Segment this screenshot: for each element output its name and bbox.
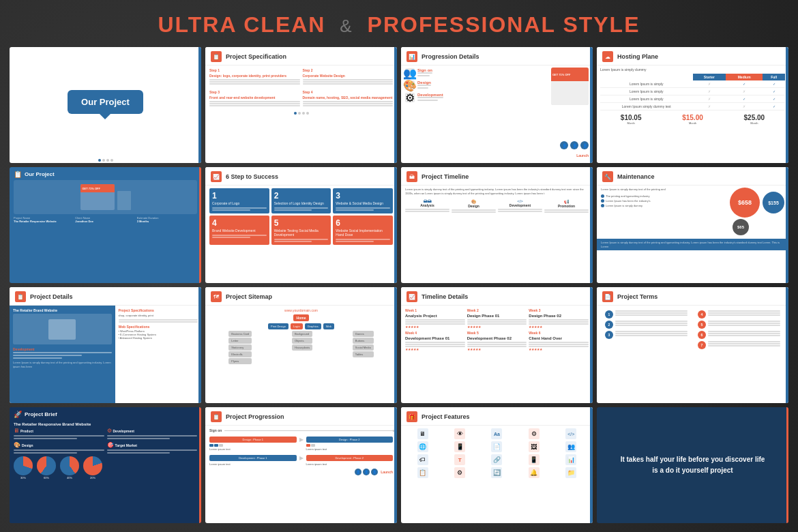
step-1: 1 Corporate of Logo [209, 188, 269, 213]
brief-subtitle: The Retailer Responsive Brand Website [14, 422, 197, 426]
step-5: 5 Website Testing Social Media Developme… [271, 216, 331, 245]
prog-title: Progression Details [422, 53, 479, 60]
week-2: Week 2 Design Phase 01 ★★★★★ [467, 308, 527, 329]
feature-eye: 👁 [442, 428, 477, 439]
slide-project-timeline[interactable]: 🏔 Project Timeline Lorem ipsum is simply… [401, 167, 593, 283]
terms-left: 1 2 3 [601, 308, 692, 352]
week-4: Week 4 Development Phase 01 ★★★★★ [405, 331, 465, 351]
step-3: 3 Website & Social Media Design [333, 188, 393, 213]
terms-icon: 📄 [602, 291, 613, 302]
week-3: Week 3 Design Phase 02 ★★★★★ [529, 308, 589, 329]
features-title: Project Features [422, 413, 470, 420]
terms-title: Project Terms [617, 293, 657, 300]
motivational-text: It takes half your life before you disco… [614, 447, 772, 483]
slide-project-features[interactable]: 🎁 Project Features 🖥 👁 Aa ⚙ </> 🌐 📱 📄 🖼 … [401, 407, 593, 523]
slide-project-brief[interactable]: 🚀 Project Brief The Retailer Responsive … [10, 407, 201, 523]
step-4: 4 Brand Website Development [209, 216, 269, 245]
steps-icon: 📈 [211, 171, 222, 182]
slide-timeline-details[interactable]: 📈 Timeline Details Week 1 Analysis Proje… [401, 287, 593, 403]
slide-our-project-white[interactable]: Our Project [10, 47, 201, 163]
tdetails-icon: 📈 [407, 291, 417, 302]
tdetails-title: Timeline Details [422, 293, 468, 300]
slide-six-step[interactable]: 📈 6 Step to Success 1 Corporate of Logo … [205, 167, 397, 283]
feature-tag: 🏷 [405, 454, 440, 465]
prog-icon: 📊 [407, 51, 417, 62]
maint-title: Maintenance [617, 173, 655, 180]
spec-icon: 📋 [211, 51, 222, 62]
our-project-bubble: Our Project [68, 90, 143, 114]
details-title: Project Details [30, 293, 73, 300]
steps-title: 6 Step to Success [226, 173, 278, 180]
progr-title: Project Progression [226, 413, 284, 420]
hosting-table: Starter Medium Full Lorem Ipsum is simpl… [600, 74, 785, 110]
slide-hosting-plane[interactable]: ☁ Hosting Plane Lorem Ipsum is simply du… [597, 47, 788, 163]
spec-label-3: Step 3 [209, 90, 300, 94]
slide-progression-details[interactable]: 📊 Progression Details 👥 Sign on 🎨 Design… [401, 47, 593, 163]
feature-doc: 📄 [479, 441, 514, 452]
spec-label-4: Step 4 [303, 90, 394, 94]
terms-right: 4 5 6 7 [694, 308, 784, 352]
feature-users: 👥 [554, 441, 589, 452]
slide-project-terms[interactable]: 📄 Project Terms 1 2 3 4 [597, 287, 788, 403]
step-6: 6 Website Social Implementation Hand Dos… [333, 216, 393, 245]
slide-motivational: It takes half your life before you disco… [597, 407, 788, 523]
price-secondary: $155 [763, 192, 784, 213]
feature-globe: 🌐 [405, 441, 440, 452]
slide-project-progression[interactable]: 📋 Project Progression Sign on ▶ Design :… [205, 407, 397, 523]
feature-code: </> [554, 428, 589, 439]
feature-type: Aa [479, 428, 514, 439]
feature-phone: 📱 [516, 454, 551, 465]
week-6: Week 6 Client Hand Over ★★★★★ [529, 331, 589, 351]
week-1: Week 1 Analysis Project ★★★★★ [405, 308, 465, 329]
feature-link: 🔗 [479, 454, 514, 465]
slides-grid: Our Project 📋 Project Specification Step… [0, 47, 798, 530]
hosting-icon: ☁ [602, 51, 613, 62]
our-project-blue-icon: 📋 [14, 171, 22, 178]
sitemap-home: Home [293, 314, 310, 321]
sitemap-icon: 🗺 [211, 291, 222, 302]
brief-title: Project Brief [25, 411, 57, 417]
feature-clip: 📋 [405, 467, 440, 478]
timeline-title: Project Timeline [422, 173, 469, 180]
hosting-title: Hosting Plane [617, 53, 658, 60]
features-icon: 🎁 [407, 411, 417, 422]
feature-image: 🖼 [516, 441, 551, 452]
slide-project-details[interactable]: 📋 Project Details The Retailer Brand Web… [10, 287, 201, 403]
our-project-blue-title: Our Project [25, 171, 55, 177]
week-5: Week 5 Development Phase 02 ★★★★★ [467, 331, 527, 351]
feature-tablet: 📱 [442, 441, 477, 452]
slide-maintenance[interactable]: 🔧 Maintenance Lorem Ipsum is simply dumm… [597, 167, 788, 283]
slide-project-sitemap[interactable]: 🗺 Project Sitemap www.yourdomain.com Hom… [205, 287, 397, 403]
spec-label-2: Step 2 [303, 68, 394, 72]
timeline-icon: 🏔 [407, 171, 417, 182]
feature-text: T [442, 454, 477, 465]
feature-folder: 📁 [554, 467, 589, 478]
feature-settings: ⚙ [442, 467, 477, 478]
feature-gear: ⚙ [516, 428, 551, 439]
title-part2: PROFESSIONAL STYLE [368, 12, 640, 37]
feature-alert: 🔔 [516, 467, 551, 478]
maint-icon: 🔧 [602, 171, 613, 182]
title-part1: ULTRA CLEAN [158, 12, 326, 37]
title-amp: & [340, 16, 353, 36]
spec-label-1: Step 1 [209, 68, 300, 72]
progr-icon: 📋 [211, 411, 222, 422]
step-2: 2 Selection of Logo Identity Design [271, 188, 331, 213]
slide-project-specification[interactable]: 📋 Project Specification Step 1 Design: l… [205, 47, 397, 163]
spec-title: Project Specification [226, 53, 286, 60]
feature-chart: 📊 [554, 454, 589, 465]
page-header: ULTRA CLEAN & PROFESSIONAL STYLE [0, 0, 798, 47]
feature-refresh: 🔄 [479, 467, 514, 478]
feature-monitor: 🖥 [405, 428, 440, 439]
sitemap-title: Project Sitemap [226, 293, 272, 300]
slide-our-project-blue[interactable]: 📋 Our Project GET 71% OFF Project NameTh… [10, 167, 201, 283]
price-main: $658 [730, 188, 760, 218]
price-small: $65 [733, 219, 749, 235]
details-icon: 📋 [15, 291, 26, 302]
